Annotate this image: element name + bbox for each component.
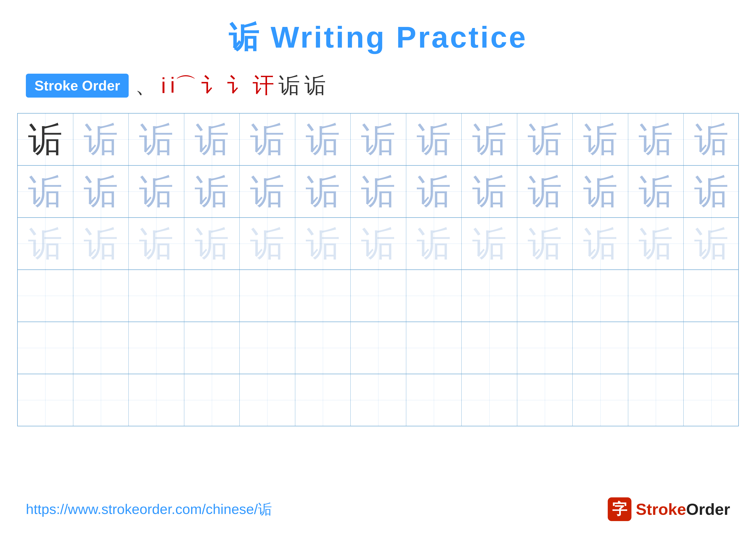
grid-cell-empty[interactable] — [517, 374, 573, 426]
char-faded-dark: 诟 — [472, 174, 507, 209]
grid-cell-empty[interactable] — [462, 322, 517, 374]
grid-cell-empty[interactable] — [462, 270, 517, 321]
grid-cell-empty[interactable] — [18, 374, 73, 426]
char-faded-light: 诟 — [361, 226, 395, 261]
char-faded-light: 诟 — [527, 226, 562, 261]
char-faded: 诟 — [638, 122, 673, 157]
char-faded: 诟 — [361, 122, 395, 157]
char-faded: 诟 — [250, 122, 284, 157]
logo-text: StrokeOrder — [636, 500, 730, 519]
page-title: 诟 Writing Practice — [0, 0, 756, 58]
grid-cell-empty[interactable] — [295, 270, 351, 321]
stroke-8: 诟 — [304, 71, 326, 100]
grid-cell-empty[interactable] — [684, 270, 739, 321]
grid-cell-empty[interactable] — [684, 322, 739, 374]
char-faded-dark: 诟 — [361, 174, 395, 209]
grid-cell-empty[interactable] — [18, 270, 73, 321]
grid-cell-empty[interactable] — [184, 270, 240, 321]
grid-cell-empty[interactable] — [628, 270, 684, 321]
grid-cell: 诟 — [184, 165, 240, 217]
grid-cell: 诟 — [129, 218, 184, 269]
grid-cell: 诟 — [684, 114, 739, 165]
stroke-6: 讦 — [253, 71, 274, 100]
char-faded: 诟 — [694, 122, 729, 157]
grid-cell: 诟 — [628, 165, 684, 217]
char-faded: 诟 — [527, 122, 562, 157]
grid-cell-empty[interactable] — [73, 374, 129, 426]
char-faded-light: 诟 — [472, 226, 507, 261]
char-faded-dark: 诟 — [84, 174, 118, 209]
char-faded-light: 诟 — [417, 226, 451, 261]
grid-cell-empty[interactable] — [73, 270, 129, 321]
grid-cell-empty[interactable] — [240, 270, 295, 321]
grid-row-5[interactable] — [18, 322, 738, 374]
char-faded-light: 诟 — [195, 226, 229, 261]
grid-cell: 诟 — [18, 165, 73, 217]
grid-cell-empty[interactable] — [129, 374, 184, 426]
grid-cell: 诟 — [684, 165, 739, 217]
grid-cell-empty[interactable] — [628, 374, 684, 426]
grid-cell-empty[interactable] — [351, 374, 406, 426]
char-solid: 诟 — [28, 122, 63, 157]
grid-cell-empty[interactable] — [573, 374, 628, 426]
char-faded-light: 诟 — [694, 226, 729, 261]
char-faded-dark: 诟 — [28, 174, 63, 209]
grid-cell-empty[interactable] — [406, 270, 462, 321]
grid-cell-empty[interactable] — [240, 322, 295, 374]
char-faded-light: 诟 — [583, 226, 618, 261]
char-faded-dark: 诟 — [583, 174, 618, 209]
grid-cell: 诟 — [351, 218, 406, 269]
stroke-sequence: 、 i i⌒ 讠 讠 讦 诟 诟 — [135, 71, 326, 100]
stroke-7: 诟 — [279, 71, 300, 100]
grid-cell-empty[interactable] — [18, 322, 73, 374]
stroke-order-section: Stroke Order 、 i i⌒ 讠 讠 讦 诟 诟 — [0, 58, 756, 109]
footer-url[interactable]: https://www.strokeorder.com/chinese/诟 — [26, 500, 272, 519]
grid-cell-empty[interactable] — [129, 270, 184, 321]
char-faded-light: 诟 — [139, 226, 174, 261]
grid-cell-empty[interactable] — [351, 270, 406, 321]
grid-cell: 诟 — [295, 114, 351, 165]
char-faded: 诟 — [417, 122, 451, 157]
char-faded-dark: 诟 — [417, 174, 451, 209]
grid-cell-empty[interactable] — [684, 374, 739, 426]
grid-cell: 诟 — [18, 218, 73, 269]
char-faded-dark: 诟 — [139, 174, 174, 209]
grid-cell-empty[interactable] — [573, 322, 628, 374]
grid-cell-empty[interactable] — [406, 374, 462, 426]
grid-cell: 诟 — [573, 218, 628, 269]
grid-cell-empty[interactable] — [351, 322, 406, 374]
grid-cell: 诟 — [295, 165, 351, 217]
stroke-4: 讠 — [201, 71, 222, 100]
grid-cell-empty[interactable] — [73, 322, 129, 374]
grid-cell-empty[interactable] — [129, 322, 184, 374]
grid-cell-empty[interactable] — [240, 374, 295, 426]
grid-row-4[interactable] — [18, 270, 738, 322]
grid-cell-empty[interactable] — [462, 374, 517, 426]
grid-cell-empty[interactable] — [628, 322, 684, 374]
grid-cell: 诟 — [73, 165, 129, 217]
grid-row-6[interactable] — [18, 374, 738, 426]
grid-cell: 诟 — [628, 218, 684, 269]
char-faded-dark: 诟 — [250, 174, 284, 209]
grid-cell-empty[interactable] — [406, 322, 462, 374]
char-faded: 诟 — [472, 122, 507, 157]
grid-cell-empty[interactable] — [517, 322, 573, 374]
grid-cell: 诟 — [351, 165, 406, 217]
grid-cell: 诟 — [462, 218, 517, 269]
grid-cell-empty[interactable] — [184, 322, 240, 374]
footer-logo: 字 StrokeOrder — [608, 497, 730, 521]
grid-cell-empty[interactable] — [184, 374, 240, 426]
grid-cell: 诟 — [351, 114, 406, 165]
grid-cell: 诟 — [295, 218, 351, 269]
grid-cell-empty[interactable] — [295, 374, 351, 426]
grid-cell-empty[interactable] — [295, 322, 351, 374]
char-faded-light: 诟 — [306, 226, 340, 261]
grid-cell-empty[interactable] — [517, 270, 573, 321]
stroke-order-badge: Stroke Order — [26, 74, 129, 98]
grid-cell-empty[interactable] — [573, 270, 628, 321]
grid-cell: 诟 — [406, 218, 462, 269]
grid-cell: 诟 — [462, 114, 517, 165]
grid-cell: 诟 — [73, 114, 129, 165]
grid-row-2: 诟 诟 诟 诟 诟 诟 诟 诟 诟 诟 诟 诟 诟 — [18, 165, 738, 218]
char-faded: 诟 — [84, 122, 118, 157]
